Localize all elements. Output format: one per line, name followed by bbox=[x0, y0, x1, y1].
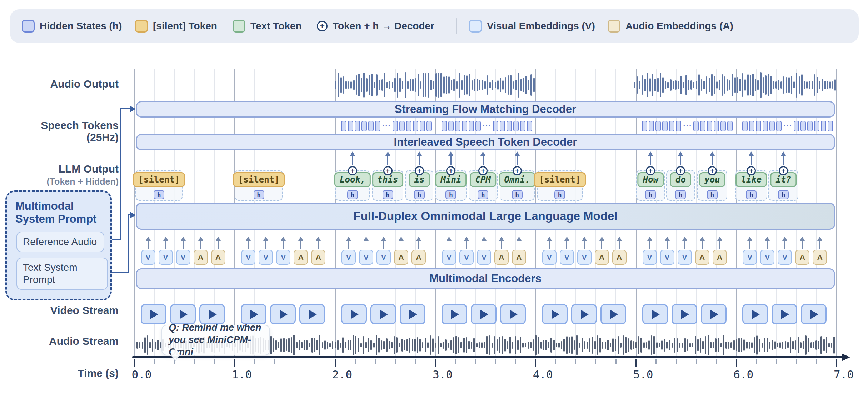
waveform-bar bbox=[509, 337, 511, 354]
waveform-bar bbox=[656, 342, 658, 348]
waveform-bar bbox=[376, 335, 377, 355]
axis-tick-minor bbox=[696, 359, 697, 364]
speech-token-square bbox=[341, 121, 346, 131]
speech-token-square bbox=[655, 121, 661, 131]
waveform-bar bbox=[806, 81, 808, 89]
waveform-bar bbox=[827, 81, 828, 89]
axis-tick-major bbox=[736, 359, 737, 367]
waveform-bar bbox=[365, 342, 367, 348]
waveform-bar bbox=[489, 82, 491, 88]
waveform-bar bbox=[381, 79, 383, 90]
token-to-decoder-arrowhead bbox=[385, 151, 390, 156]
axis-tick-label: 4.0 bbox=[527, 368, 559, 381]
play-icon bbox=[451, 310, 459, 319]
waveform-bar bbox=[692, 343, 693, 348]
waveform-bar bbox=[795, 340, 796, 349]
waveform-bar bbox=[435, 343, 436, 348]
waveform-bar bbox=[705, 336, 706, 354]
gridline-major bbox=[836, 69, 837, 357]
interleaved-speech-token-decoder-bar: Interleaved Speech Token Decoder bbox=[136, 134, 835, 150]
axis-tick-minor bbox=[194, 359, 195, 364]
play-icon bbox=[280, 310, 288, 319]
llm-token-group: Minih+ bbox=[435, 170, 467, 201]
play-icon bbox=[752, 310, 760, 319]
visual-embedding-box: V bbox=[241, 250, 255, 265]
visual-embedding-box: V bbox=[778, 250, 792, 265]
llm-token-group: Look,h+ bbox=[335, 170, 370, 201]
waveform-bar bbox=[348, 81, 349, 89]
waveform-bar bbox=[653, 336, 655, 354]
waveform-bar bbox=[791, 76, 792, 94]
waveform-bar bbox=[422, 342, 423, 348]
embedding-arrowhead bbox=[647, 237, 652, 241]
visual-embedding-box: V bbox=[660, 250, 674, 265]
waveform-bar bbox=[810, 342, 812, 348]
play-icon bbox=[510, 310, 518, 319]
system-prompt-title: Multimodal System Prompt bbox=[15, 200, 105, 225]
video-frame-button bbox=[442, 304, 467, 324]
waveform-bar bbox=[792, 341, 794, 349]
embedding-arrowhead bbox=[364, 237, 369, 241]
waveform-bar bbox=[528, 80, 529, 91]
waveform-bar bbox=[489, 335, 490, 355]
waveform-bar bbox=[741, 338, 742, 352]
waveform-bar bbox=[319, 335, 320, 355]
waveform-bar bbox=[428, 73, 429, 98]
waveform-bar bbox=[358, 338, 359, 352]
waveform-bar bbox=[777, 343, 778, 347]
waveform-bar bbox=[739, 79, 741, 91]
embedding-arrowhead bbox=[817, 237, 822, 241]
legend-item-audio: Audio Embeddings (A) bbox=[608, 9, 733, 43]
embedding-arrow bbox=[501, 240, 502, 249]
embedding-arrowhead bbox=[316, 237, 321, 241]
embedding-arrowhead bbox=[717, 237, 722, 241]
video-frame-button bbox=[199, 304, 225, 324]
waveform-bar bbox=[419, 339, 421, 352]
waveform-bar bbox=[765, 75, 767, 95]
speech-token-square bbox=[821, 121, 826, 131]
waveform-bar bbox=[520, 79, 522, 91]
embedding-arrow bbox=[784, 240, 785, 249]
embedding-arrow bbox=[248, 240, 249, 249]
speech-token-square bbox=[455, 121, 460, 131]
waveform-bar bbox=[548, 342, 549, 348]
play-icon bbox=[552, 310, 559, 319]
waveform-bar bbox=[594, 341, 596, 349]
hidden-state-box: h bbox=[746, 190, 757, 199]
waveform-bar bbox=[389, 81, 390, 89]
waveform-bar bbox=[817, 77, 818, 93]
waveform-bar bbox=[540, 342, 542, 348]
axis-tick-minor bbox=[315, 359, 316, 364]
waveform-bar bbox=[492, 343, 493, 348]
waveform-bar bbox=[829, 81, 831, 89]
waveform-bar bbox=[775, 81, 777, 89]
waveform-bar bbox=[751, 342, 753, 348]
waveform-bar bbox=[677, 338, 678, 352]
legend-item-silent: [silent] Token bbox=[135, 9, 217, 43]
waveform-bar bbox=[476, 343, 478, 348]
embedding-arrow bbox=[767, 240, 768, 249]
hidden-state-box: h bbox=[414, 190, 425, 199]
waveform-bar bbox=[764, 338, 765, 353]
axis-tick-minor bbox=[756, 359, 757, 364]
embedding-arrow bbox=[667, 240, 668, 249]
waveform-bar bbox=[767, 338, 768, 352]
audio-embedding-box: A bbox=[813, 250, 827, 265]
embedding-arrow bbox=[318, 240, 319, 249]
embedding-arrowhead bbox=[464, 237, 469, 241]
waveform-bar bbox=[405, 72, 406, 98]
waveform-bar bbox=[701, 79, 702, 91]
axis-tick-label: 7.0 bbox=[828, 368, 860, 381]
visual-embedding-box: V bbox=[259, 250, 273, 265]
audio-embedding-box: A bbox=[311, 250, 325, 265]
axis-tick-major bbox=[134, 359, 135, 367]
waveform-bar bbox=[309, 343, 310, 347]
reference-audio-box: Reference Audio bbox=[16, 232, 104, 252]
embedding-arrow bbox=[466, 240, 467, 249]
waveform-bar bbox=[756, 335, 758, 354]
waveform-bar bbox=[649, 78, 651, 91]
waveform-bar bbox=[623, 335, 624, 354]
waveform-bar bbox=[785, 341, 786, 349]
waveform-bar bbox=[499, 337, 500, 353]
waveform-bar bbox=[643, 342, 645, 348]
